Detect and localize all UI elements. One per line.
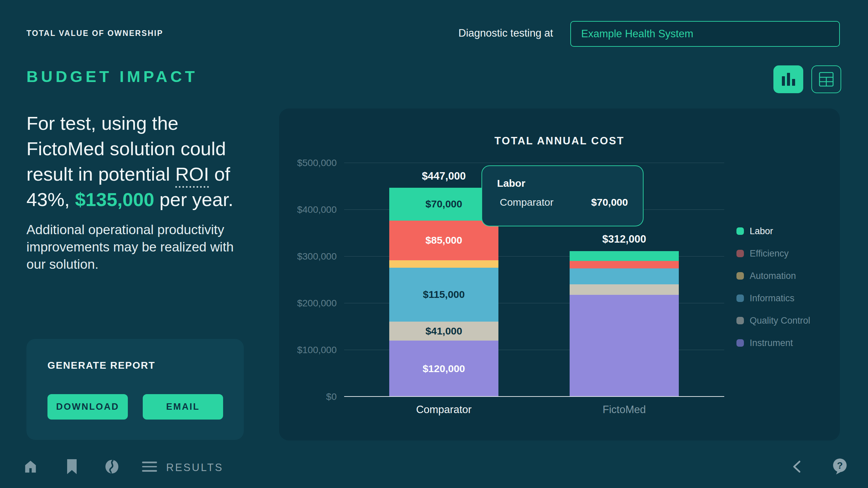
chart-view-toggle-button[interactable] bbox=[773, 65, 803, 93]
organization-input[interactable] bbox=[570, 21, 840, 47]
context-label: Diagnostic testing at bbox=[458, 27, 553, 39]
bar-segment-labor-fictomed[interactable] bbox=[570, 251, 679, 261]
bar-segment-informatics-comparator[interactable]: $115,000 bbox=[389, 268, 498, 322]
tooltip-value: $70,000 bbox=[591, 197, 628, 208]
bar-chart-icon bbox=[782, 73, 795, 86]
legend-label: Quality Control bbox=[750, 316, 810, 326]
chart-tooltip: Labor Comparator $70,000 bbox=[481, 165, 644, 226]
y-tick-label: $200,000 bbox=[272, 298, 337, 309]
y-tick-label: $500,000 bbox=[272, 158, 337, 168]
y-tick-label: $400,000 bbox=[272, 204, 337, 215]
chart-title: TOTAL ANNUAL COST bbox=[279, 135, 840, 147]
bar-fictomed[interactable] bbox=[570, 251, 679, 397]
app-eyebrow-title: TOTAL VALUE OF OWNERSHIP bbox=[26, 29, 163, 38]
legend-dot bbox=[736, 317, 744, 324]
tooltip-series-name: Labor bbox=[497, 178, 628, 189]
bar-segment-quality-control-comparator[interactable]: $41,000 bbox=[389, 322, 498, 341]
savings-highlight: $135,000 bbox=[75, 189, 154, 210]
globe-icon bbox=[105, 459, 119, 474]
help-button[interactable]: ? bbox=[832, 459, 847, 474]
svg-text:?: ? bbox=[837, 460, 843, 471]
legend-dot bbox=[736, 272, 744, 280]
report-card-title: GENERATE REPORT bbox=[47, 360, 155, 371]
table-icon bbox=[818, 72, 834, 87]
gridline bbox=[344, 163, 724, 163]
summary-end: per year. bbox=[154, 189, 233, 210]
roi-summary-text: For test, using the FictoMed solution co… bbox=[26, 110, 246, 212]
language-button[interactable] bbox=[104, 459, 119, 474]
legend-label: Instrument bbox=[750, 338, 793, 348]
chevron-left-icon bbox=[790, 459, 805, 474]
bookmark-icon bbox=[66, 459, 78, 474]
legend-item-labor[interactable]: Labor bbox=[736, 226, 838, 236]
table-view-toggle-button[interactable] bbox=[811, 65, 841, 93]
email-button[interactable]: EMAIL bbox=[143, 394, 223, 420]
bar-segment-instrument-comparator[interactable]: $120,000 bbox=[389, 341, 498, 397]
bookmarks-button[interactable] bbox=[64, 459, 79, 474]
x-axis-label-fictomed: FictoMed bbox=[570, 404, 679, 416]
productivity-note: Additional operational productivity impr… bbox=[26, 221, 250, 273]
generate-report-card: GENERATE REPORT DOWNLOAD EMAIL bbox=[26, 339, 244, 440]
page-title: BUDGET IMPACT bbox=[26, 67, 198, 86]
legend-dot bbox=[736, 227, 744, 235]
legend-dot bbox=[736, 250, 744, 257]
chart-panel: TOTAL ANNUAL COST $0$100,000$200,000$300… bbox=[279, 108, 840, 441]
bar-total-label-fictomed: $312,000 bbox=[570, 233, 679, 245]
bar-segment-quality-control-fictomed[interactable] bbox=[570, 284, 679, 295]
bar-segment-informatics-fictomed[interactable] bbox=[570, 268, 679, 284]
y-tick-label: $100,000 bbox=[272, 345, 337, 355]
legend-item-quality-control[interactable]: Quality Control bbox=[736, 316, 838, 326]
menu-icon bbox=[142, 462, 157, 472]
roi-term[interactable]: ROI bbox=[175, 163, 209, 188]
tooltip-category: Comparator bbox=[500, 197, 553, 208]
chart-legend: LaborEfficiencyAutomationInformaticsQual… bbox=[736, 226, 838, 360]
legend-label: Automation bbox=[750, 271, 796, 281]
menu-button[interactable] bbox=[142, 459, 157, 474]
download-button[interactable]: DOWNLOAD bbox=[47, 394, 128, 420]
legend-item-instrument[interactable]: Instrument bbox=[736, 338, 838, 348]
legend-dot bbox=[736, 294, 744, 302]
home-icon bbox=[23, 460, 38, 474]
bar-segment-automation-comparator[interactable] bbox=[389, 260, 498, 268]
x-axis-label-comparator: Comparator bbox=[389, 404, 498, 416]
x-axis-line bbox=[344, 396, 724, 397]
bar-segment-instrument-fictomed[interactable] bbox=[570, 295, 679, 397]
y-tick-label: $0 bbox=[272, 391, 337, 402]
home-button[interactable] bbox=[23, 459, 38, 474]
legend-label: Informatics bbox=[750, 293, 794, 304]
legend-item-informatics[interactable]: Informatics bbox=[736, 293, 838, 303]
legend-label: Labor bbox=[750, 226, 773, 237]
legend-dot bbox=[736, 339, 744, 347]
help-icon: ? bbox=[832, 459, 847, 475]
legend-item-efficiency[interactable]: Efficiency bbox=[736, 248, 838, 259]
bar-segment-efficiency-comparator[interactable]: $85,000 bbox=[389, 221, 498, 260]
bar-segment-efficiency-fictomed[interactable] bbox=[570, 261, 679, 268]
results-breadcrumb[interactable]: RESULTS bbox=[166, 462, 223, 474]
legend-label: Efficiency bbox=[750, 248, 789, 259]
legend-item-automation[interactable]: Automation bbox=[736, 271, 838, 281]
y-tick-label: $300,000 bbox=[272, 251, 337, 262]
back-button[interactable] bbox=[790, 459, 805, 474]
